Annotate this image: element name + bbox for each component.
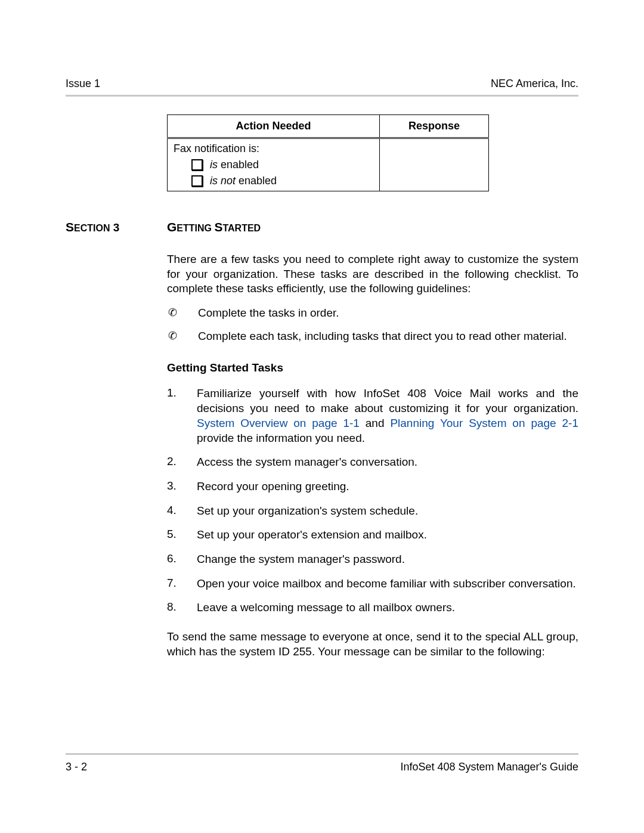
- section-heading-row: SECTION 3 GETTING STARTED: [66, 220, 578, 234]
- task-item-4: 4. Set up your organization's system sch…: [167, 504, 578, 519]
- task-item-7: 7. Open your voice mailbox and become fa…: [167, 577, 578, 592]
- rest-etting: ETTING: [177, 223, 214, 233]
- bullet-item: ✆ Complete the tasks in order.: [167, 306, 578, 321]
- table-header-response: Response: [380, 115, 489, 138]
- closing-paragraph: To send the same message to everyone at …: [167, 630, 578, 659]
- task-number: 7.: [167, 577, 197, 592]
- table-header-action: Action Needed: [168, 115, 380, 138]
- table-row: Fax notification is: is enabled is not e…: [168, 138, 489, 191]
- italic-is: is: [210, 159, 218, 171]
- bullet-text: Complete each task, including tasks that…: [198, 329, 578, 344]
- rest-ection: ECTION: [74, 223, 110, 233]
- text-enabled: enabled: [236, 175, 277, 187]
- getting-started-tasks-heading: Getting Started Tasks: [167, 361, 578, 374]
- rest-tarted: TARTED: [222, 223, 261, 233]
- link-planning-your-system[interactable]: Planning Your System on page 2-1: [390, 417, 578, 429]
- option-is-enabled: is enabled: [191, 159, 373, 171]
- task-number: 3.: [167, 479, 197, 494]
- intro-paragraph: There are a few tasks you need to comple…: [167, 252, 578, 296]
- task-item-5: 5. Set up your operator's extension and …: [167, 528, 578, 543]
- task-number: 5.: [167, 528, 197, 543]
- section-body: There are a few tasks you need to comple…: [167, 252, 578, 659]
- checkbox-icon[interactable]: [191, 159, 203, 171]
- header-right: NEC America, Inc.: [491, 78, 578, 90]
- footer-guide-title: InfoSet 408 System Manager's Guide: [400, 761, 578, 773]
- telephone-icon: ✆: [167, 329, 198, 344]
- task-item-3: 3. Record your opening greeting.: [167, 479, 578, 494]
- main-content: Action Needed Response Fax notification …: [167, 114, 578, 191]
- t1-post: provide the information you need.: [197, 432, 365, 444]
- page-header: Issue 1 NEC America, Inc.: [66, 78, 578, 95]
- header-left: Issue 1: [66, 78, 100, 90]
- page: Issue 1 NEC America, Inc. Action Needed …: [0, 0, 644, 833]
- link-system-overview[interactable]: System Overview on page 1-1: [197, 417, 360, 429]
- fax-notification-label: Fax notification is:: [174, 143, 373, 155]
- task-text: Open your voice mailbox and become famil…: [197, 577, 578, 592]
- task-text: Set up your operator's extension and mai…: [197, 528, 578, 543]
- task-text: Record your opening greeting.: [197, 479, 578, 494]
- header-rule: [66, 95, 578, 97]
- task-item-8: 8. Leave a welcoming message to all mail…: [167, 600, 578, 615]
- page-footer: 3 - 2 InfoSet 408 System Manager's Guide: [66, 761, 578, 773]
- option-text: is enabled: [210, 159, 259, 171]
- task-number: 4.: [167, 504, 197, 519]
- task-text: Leave a welcoming message to all mailbox…: [197, 600, 578, 615]
- text-enabled: enabled: [218, 159, 259, 171]
- footer-area: 3 - 2 InfoSet 408 System Manager's Guide: [66, 753, 578, 773]
- task-number: 8.: [167, 600, 197, 615]
- task-item-2: 2. Access the system manager's conversat…: [167, 455, 578, 470]
- option-is-not-enabled: is not enabled: [191, 175, 373, 187]
- bullet-text: Complete the tasks in order.: [198, 306, 578, 321]
- footer-rule: [66, 753, 578, 755]
- task-number: 6.: [167, 552, 197, 567]
- cap-s2: S: [214, 220, 222, 234]
- option-text: is not enabled: [210, 175, 277, 187]
- task-number: 2.: [167, 455, 197, 470]
- cap-g: G: [167, 220, 177, 234]
- task-text: Change the system manager's password.: [197, 552, 578, 567]
- task-text: Set up your organization's system schedu…: [197, 504, 578, 519]
- table-cell-response: [380, 138, 489, 191]
- telephone-icon: ✆: [167, 306, 198, 321]
- bullet-item: ✆ Complete each task, including tasks th…: [167, 329, 578, 344]
- footer-page-number: 3 - 2: [66, 761, 87, 773]
- table-cell-action: Fax notification is: is enabled is not e…: [168, 138, 380, 191]
- section-number: SECTION 3: [66, 220, 167, 234]
- task-text: Access the system manager's conversation…: [197, 455, 578, 470]
- section-title: GETTING STARTED: [167, 220, 261, 234]
- section-num: 3: [110, 221, 119, 234]
- task-item-1: 1. Familiarize yourself with how InfoSet…: [167, 386, 578, 445]
- cap-s: S: [66, 220, 74, 234]
- italic-is-not: is not: [210, 175, 236, 187]
- task-item-6: 6. Change the system manager's password.: [167, 552, 578, 567]
- t1-pre: Familiarize yourself with how InfoSet 40…: [197, 387, 578, 414]
- task-text: Familiarize yourself with how InfoSet 40…: [197, 386, 578, 445]
- checkbox-icon[interactable]: [191, 175, 203, 187]
- action-response-table: Action Needed Response Fax notification …: [167, 114, 489, 191]
- task-number: 1.: [167, 386, 197, 445]
- t1-mid: and: [360, 417, 390, 429]
